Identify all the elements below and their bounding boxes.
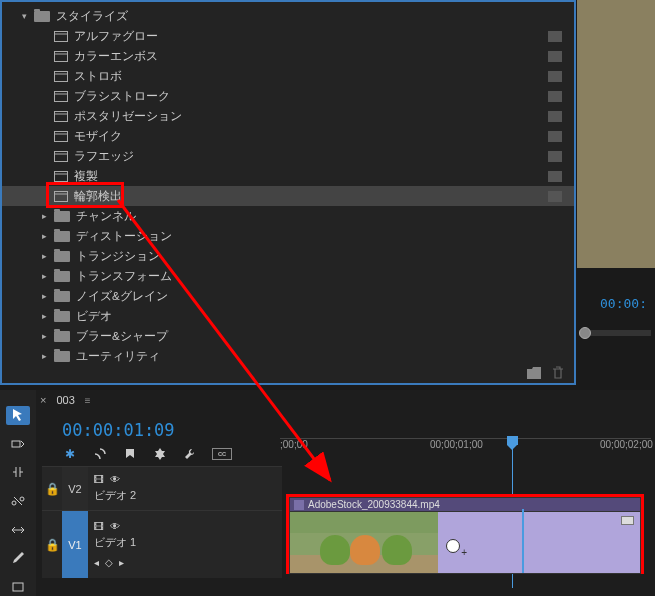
ripple-edit-tool[interactable]	[6, 463, 30, 482]
rectangle-tool[interactable]	[6, 577, 30, 596]
preset-icon	[54, 111, 68, 122]
panel-menu-icon[interactable]: ≡	[85, 395, 91, 406]
panel-footer	[526, 366, 566, 380]
clip-body[interactable]	[289, 512, 641, 574]
clip-fx-badge-icon	[621, 516, 634, 525]
folder-row[interactable]: ▸ビデオ	[2, 306, 574, 326]
svg-rect-18	[12, 441, 20, 447]
folder-label: ディストーション	[76, 229, 566, 244]
caret-right-icon: ▸	[42, 251, 54, 261]
toggle-eye-icon[interactable]: 👁	[110, 521, 120, 532]
annotation-highlight-box	[46, 182, 124, 208]
caret-right-icon: ▸	[42, 231, 54, 241]
next-keyframe-icon[interactable]: ▸	[119, 557, 124, 568]
track-name: ビデオ 2	[94, 488, 136, 503]
lock-icon[interactable]: 🔒	[42, 482, 62, 496]
track-header-v2[interactable]: 🔒 V2 🎞 👁 ビデオ 2	[42, 466, 282, 510]
pen-tool[interactable]	[6, 549, 30, 568]
svg-rect-12	[55, 151, 68, 161]
effect-item[interactable]: ストロボ	[2, 66, 574, 86]
folder-icon	[54, 311, 70, 322]
scrub-handle-icon[interactable]	[579, 327, 591, 339]
fx-icon[interactable]	[294, 500, 304, 510]
wrench-icon[interactable]	[182, 446, 198, 462]
effect-item[interactable]: ポスタリゼーション	[2, 106, 574, 126]
ruler-mark: 00;00;01;00	[430, 439, 483, 450]
marker-icon[interactable]	[122, 446, 138, 462]
caret-right-icon: ▸	[42, 311, 54, 321]
folder-row[interactable]: ▸ブラー&シャープ	[2, 326, 574, 346]
effect-label: ポスタリゼーション	[74, 109, 548, 124]
effects-tree: ▾ スタイライズ アルファグロー カラーエンボス ストロボ ブラシストローク ポ…	[2, 2, 574, 370]
monitor-timecode[interactable]: 00:00:	[600, 296, 647, 311]
effect-item[interactable]: ブラシストローク	[2, 86, 574, 106]
add-keyframe-icon[interactable]: ◇	[105, 557, 113, 568]
effect-label: 輪郭検出	[74, 189, 548, 204]
effect-item[interactable]: ラフエッジ	[2, 146, 574, 166]
folder-icon	[34, 11, 50, 22]
playhead-head-icon[interactable]	[507, 436, 518, 445]
clip-header[interactable]: AdobeStock_200933844.mp4	[289, 497, 641, 512]
preset-icon	[54, 91, 68, 102]
svg-rect-0	[55, 31, 68, 41]
tool-column	[0, 390, 36, 596]
folder-stylize[interactable]: ▾ スタイライズ	[2, 6, 574, 26]
preset-icon	[54, 31, 68, 42]
effect-badge-icon	[548, 171, 562, 182]
svg-rect-19	[13, 583, 23, 591]
folder-row[interactable]: ▸ディストーション	[2, 226, 574, 246]
selection-tool[interactable]	[6, 406, 30, 425]
folder-row[interactable]: ▸トランジション	[2, 246, 574, 266]
svg-rect-4	[55, 71, 68, 81]
timeline-timecode[interactable]: 00:00:01:09	[62, 420, 175, 440]
folder-label: ノイズ&グレイン	[76, 289, 566, 304]
effect-item[interactable]: カラーエンボス	[2, 46, 574, 66]
folder-row[interactable]: ▸トランスフォーム	[2, 266, 574, 286]
new-bin-icon[interactable]	[526, 366, 542, 380]
clip-playhead-line	[522, 509, 524, 573]
caret-right-icon: ▸	[42, 211, 54, 221]
toggle-output-icon[interactable]: 🎞	[94, 474, 104, 485]
folder-row[interactable]: ▸チャンネル	[2, 206, 574, 226]
prev-keyframe-icon[interactable]: ◂	[94, 557, 99, 568]
time-ruler[interactable]: ;00;00 00;00;01;00 00;00;02;00	[280, 438, 651, 462]
settings-icon[interactable]	[152, 446, 168, 462]
timeline-tab[interactable]: × 003 ≡	[40, 394, 91, 406]
razor-tool[interactable]	[6, 492, 30, 511]
folder-icon	[54, 251, 70, 262]
toggle-eye-icon[interactable]: 👁	[110, 474, 120, 485]
folder-row[interactable]: ▸ノイズ&グレイン	[2, 286, 574, 306]
folder-icon	[54, 351, 70, 362]
track-header-v1[interactable]: 🔒 V1 🎞 👁 ビデオ 1 ◂ ◇ ▸	[42, 510, 282, 578]
thumbnail-content	[382, 535, 412, 565]
track-headers: 🔒 V2 🎞 👁 ビデオ 2 🔒 V1 🎞 👁 ビデオ 1 ◂	[42, 466, 282, 578]
snap-icon[interactable]: ✱	[62, 446, 78, 462]
svg-rect-6	[55, 91, 68, 101]
effect-label: ラフエッジ	[74, 149, 548, 164]
program-monitor	[577, 0, 655, 268]
captions-icon[interactable]: cc	[212, 448, 232, 460]
folder-label: ユーティリティ	[76, 349, 566, 364]
effect-item[interactable]: モザイク	[2, 126, 574, 146]
track-target-v2[interactable]: V2	[62, 467, 88, 510]
folder-label: トランジション	[76, 249, 566, 264]
folder-label: トランスフォーム	[76, 269, 566, 284]
track-target-v1[interactable]: V1	[62, 511, 88, 578]
slip-tool[interactable]	[6, 520, 30, 539]
clip-name: AdobeStock_200933844.mp4	[308, 499, 440, 510]
toggle-output-icon[interactable]: 🎞	[94, 521, 104, 532]
track-select-tool[interactable]	[6, 435, 30, 454]
close-tab-icon[interactable]: ×	[40, 394, 46, 406]
folder-icon	[54, 211, 70, 222]
svg-rect-10	[55, 131, 68, 141]
lock-icon[interactable]: 🔒	[42, 538, 62, 552]
effect-label: ストロボ	[74, 69, 548, 84]
effect-item[interactable]: アルファグロー	[2, 26, 574, 46]
linked-selection-icon[interactable]	[92, 446, 108, 462]
trash-icon[interactable]	[550, 366, 566, 380]
effect-label: 複製	[74, 169, 548, 184]
scrub-bar[interactable]	[579, 330, 651, 336]
svg-rect-2	[55, 51, 68, 61]
folder-row[interactable]: ▸ユーティリティ	[2, 346, 574, 366]
preset-icon	[54, 151, 68, 162]
